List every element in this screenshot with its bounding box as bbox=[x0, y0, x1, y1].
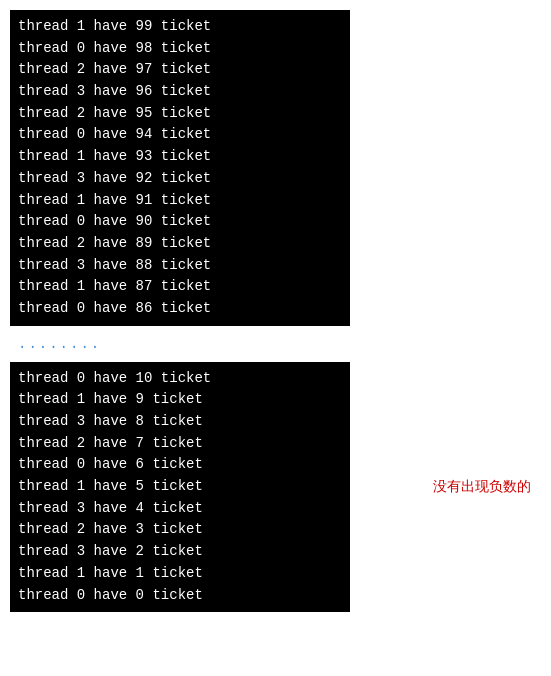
terminal-line: thread 1 have 9 ticket bbox=[18, 389, 342, 411]
terminal-line: thread 0 have 86 ticket bbox=[18, 298, 342, 320]
terminal-line: thread 2 have 95 ticket bbox=[18, 103, 342, 125]
terminal-line: thread 0 have 10 ticket bbox=[18, 368, 342, 390]
terminal-line: thread 3 have 88 ticket bbox=[18, 255, 342, 277]
terminal-line: thread 1 have 99 ticket bbox=[18, 16, 342, 38]
terminal-line: thread 0 have 6 ticket bbox=[18, 454, 342, 476]
terminal-line: thread 1 have 87 ticket bbox=[18, 276, 342, 298]
terminal-line: thread 1 have 5 ticket bbox=[18, 476, 342, 498]
terminal-block-2: thread 0 have 10 ticketthread 1 have 9 t… bbox=[10, 362, 350, 613]
terminal-block-1: thread 1 have 99 ticketthread 0 have 98 … bbox=[10, 10, 350, 326]
ellipsis-section: ........ bbox=[10, 326, 541, 362]
terminal-line: thread 0 have 94 ticket bbox=[18, 124, 342, 146]
terminal-line: thread 3 have 8 ticket bbox=[18, 411, 342, 433]
terminal-line: thread 0 have 0 ticket bbox=[18, 585, 342, 607]
terminal-line: thread 1 have 1 ticket bbox=[18, 563, 342, 585]
bottom-section: thread 0 have 10 ticketthread 1 have 9 t… bbox=[10, 362, 541, 613]
annotation-text: 没有出现负数的 bbox=[433, 478, 531, 496]
terminal-line: thread 3 have 96 ticket bbox=[18, 81, 342, 103]
terminal-line: thread 1 have 93 ticket bbox=[18, 146, 342, 168]
terminal-line: thread 3 have 2 ticket bbox=[18, 541, 342, 563]
terminal-line: thread 0 have 98 ticket bbox=[18, 38, 342, 60]
terminal-line: thread 2 have 7 ticket bbox=[18, 433, 342, 455]
terminal-line: thread 3 have 4 ticket bbox=[18, 498, 342, 520]
terminal-line: thread 2 have 97 ticket bbox=[18, 59, 342, 81]
terminal-line: thread 2 have 89 ticket bbox=[18, 233, 342, 255]
terminal-line: thread 1 have 91 ticket bbox=[18, 190, 342, 212]
terminal-line: thread 2 have 3 ticket bbox=[18, 519, 342, 541]
terminal-line: thread 3 have 92 ticket bbox=[18, 168, 342, 190]
terminal-line: thread 0 have 90 ticket bbox=[18, 211, 342, 233]
